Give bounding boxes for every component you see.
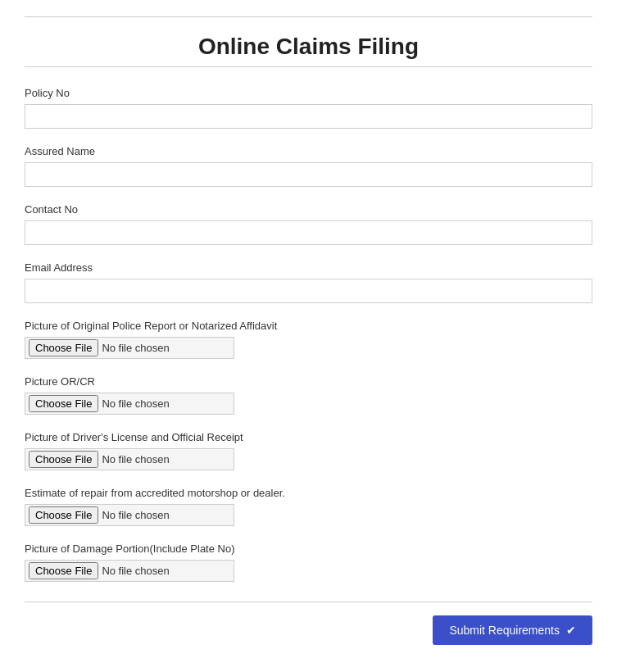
- file-group-1: Picture OR/CR: [25, 375, 592, 415]
- file-input-3[interactable]: [29, 506, 230, 524]
- policy-no-label: Policy No: [25, 87, 592, 99]
- submit-button[interactable]: Submit Requirements ✔: [433, 615, 592, 645]
- file-group-4: Picture of Damage Portion(Include Plate …: [25, 543, 592, 582]
- file-input-2[interactable]: [29, 451, 230, 468]
- file-label-0: Picture of Original Police Report or Not…: [25, 320, 592, 332]
- file-group-3: Estimate of repair from accredited motor…: [25, 487, 592, 526]
- checkmark-icon: ✔: [566, 624, 576, 637]
- file-label-1: Picture OR/CR: [25, 375, 592, 388]
- email-address-input[interactable]: [25, 279, 592, 303]
- file-group-0: Picture of Original Police Report or Not…: [25, 320, 592, 359]
- contact-no-label: Contact No: [25, 203, 592, 216]
- policy-no-input[interactable]: [25, 104, 592, 129]
- file-label-4: Picture of Damage Portion(Include Plate …: [25, 543, 592, 555]
- title-divider: [25, 66, 592, 67]
- email-address-label: Email Address: [25, 261, 592, 274]
- top-divider: [25, 16, 592, 17]
- file-label-3: Estimate of repair from accredited motor…: [25, 487, 592, 499]
- file-input-wrapper-0: [25, 337, 234, 359]
- file-input-wrapper-1: [25, 393, 234, 415]
- contact-no-group: Contact No: [25, 203, 592, 245]
- file-input-1[interactable]: [29, 395, 230, 412]
- file-input-wrapper-4: [25, 560, 234, 582]
- submit-row: Submit Requirements ✔: [25, 615, 592, 645]
- file-fields-container: Picture of Original Police Report or Not…: [25, 320, 592, 582]
- assured-name-label: Assured Name: [25, 145, 592, 157]
- page-container: Online Claims Filing Policy No Assured N…: [0, 0, 617, 672]
- file-input-4[interactable]: [29, 562, 230, 579]
- policy-no-group: Policy No: [25, 87, 592, 129]
- assured-name-input[interactable]: [25, 162, 592, 187]
- email-address-group: Email Address: [25, 261, 592, 303]
- contact-no-input[interactable]: [25, 220, 592, 245]
- file-label-2: Picture of Driver's License and Official…: [25, 431, 592, 443]
- page-title: Online Claims Filing: [25, 34, 592, 60]
- file-input-0[interactable]: [29, 339, 230, 356]
- file-group-2: Picture of Driver's License and Official…: [25, 431, 592, 470]
- file-input-wrapper-2: [25, 448, 234, 470]
- bottom-divider: [25, 602, 592, 602]
- assured-name-group: Assured Name: [25, 145, 592, 187]
- file-input-wrapper-3: [25, 504, 234, 526]
- submit-label: Submit Requirements: [449, 624, 560, 637]
